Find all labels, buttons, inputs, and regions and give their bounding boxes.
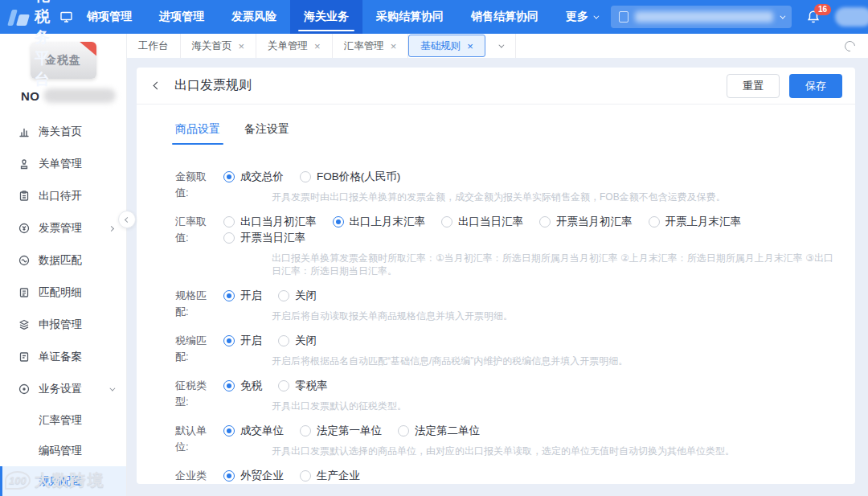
radio-group: 免税零税率 [223, 378, 836, 394]
radio-option-label: 关闭 [295, 288, 317, 304]
radio-option[interactable]: 开启 [223, 333, 262, 349]
open-tabs: 工作台海关首页×关单管理×汇率管理×基础规则× [127, 34, 485, 58]
radio-option-label: 关闭 [295, 333, 317, 349]
radio-group: 外贸企业生产企业 [223, 468, 836, 484]
sidebar-item-label: 发票管理 [39, 221, 82, 236]
tab-1[interactable]: 工作台 [127, 34, 181, 58]
radio-unselected-icon [278, 335, 289, 346]
radio-option-label: 零税率 [295, 378, 328, 394]
chevron-left-icon [124, 216, 129, 222]
close-icon[interactable]: × [467, 41, 473, 51]
page-tabbar: 工作台海关首页×关单管理×汇率管理×基础规则× [127, 34, 868, 58]
radio-option[interactable]: 免税 [223, 378, 262, 394]
workbench-monitor-icon[interactable] [59, 0, 73, 34]
radio-option[interactable]: 关闭 [278, 333, 317, 349]
radio-option[interactable]: 零税率 [278, 378, 328, 394]
close-icon[interactable]: × [391, 41, 397, 51]
card-body: 商品设置备注设置 金额取值:成交总价FOB价格(人民币)开具发票时由出口报关单换… [137, 105, 855, 484]
radio-option[interactable]: 成交单位 [223, 423, 284, 439]
sidebar-item-3[interactable]: 出口待开 [0, 180, 126, 212]
radio-option-label: 外贸企业 [240, 468, 284, 484]
radio-option[interactable]: 外贸企业 [223, 468, 284, 484]
radio-selected-icon [223, 171, 235, 182]
user-avatar[interactable] [835, 7, 868, 27]
sidebar-subitem-label: 规则配置 [39, 474, 82, 489]
settings-tab-1[interactable]: 商品设置 [175, 122, 220, 145]
layers-icon [18, 318, 31, 331]
radio-option[interactable]: 开票当月初汇率 [539, 214, 633, 230]
radio-option[interactable]: 开票当日汇率 [223, 230, 305, 246]
form-row-4: 税编匹配:开启关闭开启后将根据品名自动匹配“基础信息/商品税编”内维护的税编信息… [175, 333, 836, 378]
tab-3[interactable]: 关单管理× [256, 34, 333, 58]
radio-option[interactable]: 出口当月初汇率 [223, 214, 317, 230]
form-row-label: 金额取值: [175, 169, 219, 214]
nav-item-7[interactable]: 更多 [552, 0, 611, 34]
sidebar-item-1[interactable]: 海关首页 [0, 116, 126, 148]
sidebar-subitem-2[interactable]: 编码管理 [0, 436, 126, 466]
sidebar-item-4[interactable]: 发票管理 [0, 212, 126, 244]
nav-item-3[interactable]: 发票风险 [218, 0, 290, 34]
close-icon[interactable]: × [239, 41, 245, 51]
app-brand: 数字化税务平台 [0, 0, 59, 90]
sidebar-collapse-button[interactable] [118, 211, 136, 228]
radio-option[interactable]: 出口当日汇率 [441, 214, 523, 230]
nav-item-5[interactable]: 采购结算协同 [362, 0, 457, 34]
tab-5[interactable]: 基础规则× [408, 35, 485, 57]
radio-option[interactable]: FOB价格(人民币) [300, 169, 400, 185]
close-icon[interactable]: × [314, 41, 321, 51]
company-selector[interactable] [611, 6, 792, 28]
refresh-icon [842, 39, 857, 53]
form-row-3: 规格匹配:开启关闭开启后将自动读取报关单商品规格信息并填入开票明细。 [175, 288, 836, 333]
nav-item-label: 进项管理 [159, 10, 204, 24]
radio-option[interactable]: 成交总价 [223, 169, 284, 185]
reset-button[interactable]: 重置 [727, 74, 780, 98]
radio-option[interactable]: 开票上月末汇率 [649, 214, 742, 230]
form-row-2: 汇率取值:出口当月初汇率出口上月末汇率出口当日汇率开票当月初汇率开票上月末汇率开… [175, 214, 836, 288]
notification-bell[interactable]: 16 [806, 10, 821, 24]
sidebar-item-6[interactable]: 匹配明细 [0, 277, 126, 309]
radio-unselected-icon [539, 216, 551, 228]
sidebar-item-2[interactable]: 关单管理 [0, 148, 126, 180]
sidebar-item-5[interactable]: 数据匹配 [0, 244, 126, 277]
tab-label: 海关首页 [192, 39, 232, 53]
form-row-label: 税编匹配: [175, 333, 219, 378]
radio-unselected-icon [649, 216, 660, 228]
radio-option[interactable]: 开启 [223, 288, 262, 304]
radio-option[interactable]: 法定第一单位 [300, 423, 382, 439]
nav-item-1[interactable]: 销项管理 [73, 0, 145, 34]
form-row-6: 默认单位:成交单位法定第一单位法定第二单位开具出口发票默认选择的商品单位，由对应… [175, 423, 836, 468]
settings-tabs: 商品设置备注设置 [175, 122, 836, 145]
radio-option-label: 免税 [240, 378, 262, 394]
sidebar-item-9[interactable]: 业务设置 [0, 373, 126, 405]
tab-label: 汇率管理 [344, 39, 384, 53]
rules-card: 出口发票规则 重置 保存 商品设置备注设置 金额取值:成交总价FOB价格(人民币… [137, 68, 855, 484]
form-row-label: 征税类型: [175, 378, 219, 423]
tabs-dropdown-button[interactable] [485, 34, 516, 58]
radio-selected-icon [223, 380, 235, 391]
card-header: 出口发票规则 重置 保存 [137, 68, 855, 105]
radio-option[interactable]: 生产企业 [300, 468, 360, 484]
top-navbar: 数字化税务平台 销项管理进项管理发票风险海关业务采购结算协同销售结算协同更多 1… [0, 0, 868, 34]
nav-item-2[interactable]: 进项管理 [145, 0, 218, 34]
save-button[interactable]: 保存 [789, 74, 842, 98]
sidebar-item-7[interactable]: 申报管理 [0, 309, 126, 341]
sidebar-item-8[interactable]: 单证备案 [0, 341, 126, 373]
radio-option[interactable]: 出口上月末汇率 [333, 214, 426, 230]
tab-4[interactable]: 汇率管理× [333, 34, 409, 58]
nav-item-6[interactable]: 销售结算协同 [457, 0, 552, 34]
radio-option[interactable]: 法定第二单位 [398, 423, 480, 439]
radio-option-label: 法定第二单位 [415, 423, 480, 439]
radio-option-label: 开启 [240, 333, 262, 349]
refresh-button[interactable] [845, 34, 868, 58]
sidebar-subitem-3[interactable]: 规则配置 [0, 466, 126, 496]
back-button[interactable] [149, 80, 165, 92]
tab-2[interactable]: 海关首页× [181, 34, 257, 58]
nav-item-4[interactable]: 海关业务 [290, 0, 362, 34]
radio-selected-icon [223, 335, 235, 346]
sidebar-subitem-1[interactable]: 汇率管理 [0, 405, 126, 436]
radio-option[interactable]: 关闭 [278, 288, 317, 304]
settings-tab-2[interactable]: 备注设置 [244, 122, 289, 145]
chart-icon [18, 125, 31, 138]
serial-number-redacted [43, 88, 116, 103]
doc-icon [18, 350, 31, 363]
